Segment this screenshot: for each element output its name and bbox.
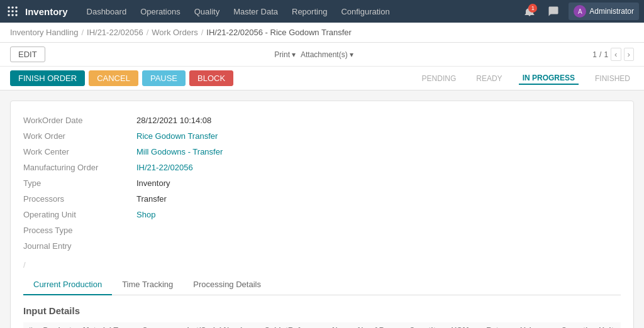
journal-entry-label: Journal Entry [23,239,136,253]
nav-configuration[interactable]: Configuration [335,3,396,20]
journal-entry-value [136,239,621,253]
prev-page-button[interactable]: ‹ [611,48,621,61]
nav-operations[interactable]: Operations [134,3,187,20]
detail-tabs: Current Production Time Tracking Process… [23,275,621,295]
workorder-date-value: 28/12/2021 10:14:08 [136,114,621,127]
bc-sep-3: / [201,28,204,37]
svg-rect-3 [8,11,10,13]
nav-master-data[interactable]: Master Data [227,3,284,20]
finish-order-button[interactable]: FINISH ORDER [10,70,85,86]
status-steps: PENDING READY IN PROGRESS FINISHED [418,72,634,85]
input-details-title: Input Details [23,305,621,316]
breadcrumb-work-orders[interactable]: Work Orders [152,28,197,37]
attachment-button[interactable]: Attachment(s) ▾ [301,50,353,59]
page-total: 1 [604,50,608,59]
action-bar: FINISH ORDER CANCEL PAUSE BLOCK PENDING … [0,67,644,90]
col-operating-unit: Operating Unit [556,322,621,328]
cancel-button[interactable]: CANCEL [89,70,138,86]
process-type-value [136,224,621,237]
pause-button[interactable]: PAUSE [142,70,186,86]
processors-value: Transfer [136,192,621,205]
notifications-bell[interactable]: 1 [521,3,538,20]
nav-quality[interactable]: Quality [188,3,226,20]
work-order-form: WorkOrder Date 28/12/2021 10:14:08 Work … [23,114,621,253]
apps-icon[interactable] [5,4,20,19]
tab-current-production[interactable]: Current Production [23,275,112,295]
svg-rect-2 [16,7,18,9]
col-rate: Rate [481,322,515,328]
user-name: Administrator [589,7,634,16]
tab-time-tracking[interactable]: Time Tracking [112,275,183,295]
manufacturing-order-value[interactable]: IH/21-22/02056 [136,161,621,174]
type-value: Inventory [136,177,621,190]
block-button[interactable]: BLOCK [189,70,233,86]
status-pending: PENDING [418,73,460,84]
input-details-table: # Product Material Type Source Lot/Seria… [23,322,621,328]
processors-label: Processors [23,192,136,205]
breadcrumb-inventory-handling[interactable]: Inventory Handling [10,28,78,37]
nav-reporting[interactable]: Reporting [286,3,333,20]
page-current: 1 [592,50,597,59]
col-sublot-ref: SublotRef. [260,322,327,328]
manufacturing-order-label: Manufacturing Order [23,161,136,174]
col-quantity: Quantity [404,322,447,328]
user-menu[interactable]: A Administrator [569,3,639,20]
svg-rect-4 [12,11,14,13]
breadcrumb-ih-number[interactable]: IH/21-22/02056 [87,28,143,37]
breadcrumb: Inventory Handling / IH/21-22/02056 / Wo… [0,23,644,43]
bc-sep-2: / [147,28,149,37]
print-button[interactable]: Print ▾ [274,50,296,59]
tab-processing-details[interactable]: Processing Details [183,275,271,295]
table-header-row: # Product Material Type Source Lot/Seria… [23,322,621,328]
col-nos: Nos [327,322,353,328]
messages-icon[interactable] [545,3,562,20]
col-product: Product [38,322,77,328]
nav-right: 1 A Administrator [521,3,639,20]
notification-count: 1 [528,4,537,13]
svg-rect-7 [12,14,14,16]
top-navbar: Inventory Dashboard Operations Quality M… [0,0,644,23]
operating-unit-value[interactable]: Shop [136,208,621,221]
work-order-label: Work Order [23,129,136,143]
svg-rect-1 [12,7,14,9]
operating-unit-label: Operating Unit [23,208,136,221]
next-page-button[interactable]: › [624,48,634,61]
work-center-value[interactable]: Mill Godowns - Transfer [136,145,621,158]
col-uom: UOM [446,322,481,328]
col-no-of-bags: No.of Bags [353,322,404,328]
main-content: WorkOrder Date 28/12/2021 10:14:08 Work … [0,90,644,328]
svg-rect-5 [16,11,18,13]
svg-rect-0 [8,7,10,9]
status-in-progress: IN PROGRESS [519,72,579,85]
edit-button[interactable]: EDIT [10,46,45,62]
breadcrumb-current: IH/21-22/02056 - Rice Godown Transfer [206,28,352,37]
svg-rect-8 [16,14,18,16]
bc-sep-1: / [81,28,84,37]
col-value: Value [516,322,557,328]
workorder-date-label: WorkOrder Date [23,114,136,127]
app-title: Inventory [25,6,68,17]
work-order-value[interactable]: Rice Godown Transfer [136,129,621,143]
col-source: Source [138,322,182,328]
col-num: # [23,322,38,328]
status-ready: READY [472,73,506,84]
status-finished: FINISHED [591,73,634,84]
col-lot-serial: Lot/Serial Number [182,322,259,328]
input-details-section: Input Details # Product Material Type So… [23,305,621,328]
col-material-type: Material Type [78,322,138,328]
svg-rect-6 [8,14,10,16]
nav-menu: Dashboard Operations Quality Master Data… [80,3,521,20]
type-label: Type [23,177,136,190]
work-order-card: WorkOrder Date 28/12/2021 10:14:08 Work … [10,101,634,328]
page-navigator: 1 / 1 ‹ › [592,48,634,61]
form-separator: / [23,260,621,270]
nav-dashboard[interactable]: Dashboard [80,3,133,20]
user-avatar: A [574,5,586,18]
process-type-label: Process Type [23,224,136,237]
work-center-label: Work Center [23,145,136,158]
